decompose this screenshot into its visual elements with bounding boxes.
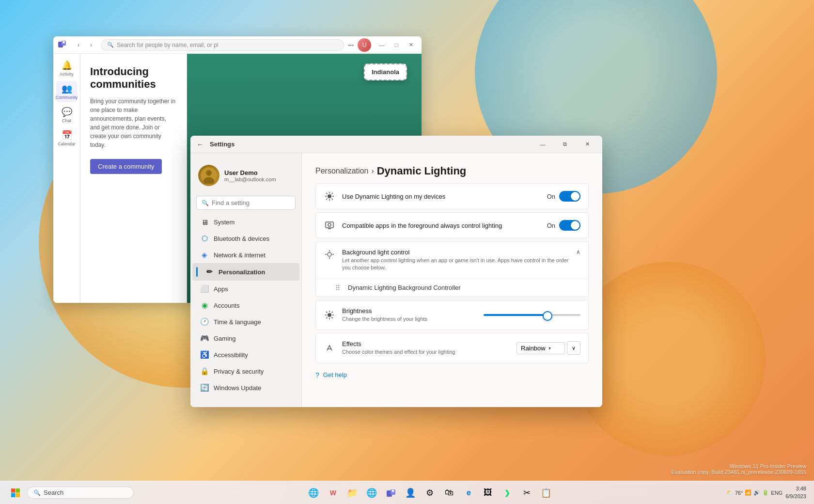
breadcrumb-current: Dynamic Lighting xyxy=(377,165,467,177)
teams-close-btn[interactable]: ✕ xyxy=(404,39,418,51)
nav-label-accounts: Accounts xyxy=(214,302,239,309)
windows-update-icon: 🔄 xyxy=(200,383,209,392)
activity-icon: 🔔 xyxy=(62,60,72,71)
nav-label-network: Network & internet xyxy=(214,252,266,259)
taskbar-icon-widgets[interactable]: 🌐 xyxy=(305,484,322,502)
personalization-icon: ✏ xyxy=(205,268,214,276)
taskbar-icon-photos[interactable]: 🖼 xyxy=(479,484,497,502)
sidebar-community-label: Community xyxy=(56,95,78,100)
nav-item-apps[interactable]: ⬜ Apps xyxy=(192,281,299,297)
effects-value: Rainbow xyxy=(521,345,546,352)
svg-point-18 xyxy=(328,252,331,256)
weather-temp: 76° xyxy=(735,490,743,496)
taskbar-search[interactable]: 🔍 Search xyxy=(27,487,134,499)
bg-control-chevron-icon[interactable]: ∧ xyxy=(576,249,580,255)
taskbar-icon-edge[interactable]: e xyxy=(460,484,477,502)
svg-line-14 xyxy=(326,199,328,200)
brightness-slider[interactable] xyxy=(484,314,580,316)
get-help-icon: ? xyxy=(315,371,319,379)
svg-rect-36 xyxy=(16,493,20,497)
nav-label-accessibility: Accessibility xyxy=(214,351,248,359)
taskbar-icon-notepad[interactable]: 📋 xyxy=(537,484,555,502)
weather-icon: ⛅ xyxy=(726,489,733,496)
taskbar-icon-terminal[interactable]: ❯ xyxy=(499,484,516,502)
teams-back-btn[interactable]: ‹ xyxy=(73,39,84,51)
teams-maximize-btn[interactable]: □ xyxy=(390,39,403,51)
start-button[interactable] xyxy=(8,485,23,501)
bluetooth-icon: ⬡ xyxy=(200,234,209,243)
bg-control-desc: Let another app control lighting when an… xyxy=(342,257,569,272)
breadcrumb: Personalization › Dynamic Lighting xyxy=(315,165,589,177)
sidebar-item-calendar[interactable]: 📅 Calendar xyxy=(56,127,78,149)
svg-line-12 xyxy=(332,199,333,200)
settings-back-btn[interactable]: ← xyxy=(194,139,206,150)
teams-minimize-btn[interactable]: — xyxy=(375,39,389,51)
settings-search-bar[interactable]: 🔍 xyxy=(196,196,296,210)
nav-item-gaming[interactable]: 🎮 Gaming xyxy=(192,330,299,346)
bg-light-control-card: Background light control Let another app… xyxy=(315,241,589,297)
teams-intro-body: Bring your community together in one pla… xyxy=(90,97,177,149)
svg-rect-33 xyxy=(11,488,16,493)
sidebar-item-community[interactable]: 👥 Community xyxy=(56,81,78,102)
teams-more-icon[interactable]: ••• xyxy=(348,42,354,48)
taskbar-right: ⛅ 76° 📶 🔊 🔋 ENG 3:48 6/9/2023 xyxy=(726,485,806,500)
settings-search-input[interactable] xyxy=(212,199,290,206)
taskbar-icon-store[interactable]: 🛍 xyxy=(440,484,458,502)
teams-forward-btn[interactable]: › xyxy=(85,39,97,51)
settings-maximize-btn[interactable]: ⧉ xyxy=(554,136,576,153)
dynamic-lighting-icon xyxy=(324,190,335,202)
settings-body: User Demo m__lab@outlook.com 🔍 🖥 System … xyxy=(190,153,602,407)
teams-avatar[interactable]: U xyxy=(358,38,371,52)
taskbar-icon-ms[interactable]: W xyxy=(324,484,342,502)
bg-controller-item: ⠿ Dynamic Lighting Background Controller xyxy=(316,279,588,297)
nav-item-windows-update[interactable]: 🔄 Windows Update xyxy=(192,379,299,396)
taskbar-icon-settings[interactable]: ⚙ xyxy=(421,484,438,502)
get-help-row[interactable]: ? Get help xyxy=(315,366,589,384)
toggle1-control: On xyxy=(547,191,580,202)
taskbar-clock[interactable]: 3:48 6/9/2023 xyxy=(785,485,806,500)
nav-label-privacy: Privacy & security xyxy=(214,368,264,375)
nav-item-network[interactable]: ◈ Network & internet xyxy=(192,247,299,263)
nav-item-system[interactable]: 🖥 System xyxy=(192,214,299,230)
accounts-icon: ◉ xyxy=(200,301,209,310)
teams-sidebar: 🔔 Activity 👥 Community 💬 Chat 📅 Calendar xyxy=(53,54,80,303)
sidebar-item-activity[interactable]: 🔔 Activity xyxy=(56,58,78,79)
create-community-button[interactable]: Create a community xyxy=(90,159,162,174)
teams-search-bar[interactable]: 🔍 Search for people by name, email, or p… xyxy=(101,39,344,51)
nav-item-time[interactable]: 🕐 Time & language xyxy=(192,314,299,330)
svg-line-31 xyxy=(326,317,328,318)
use-dynamic-lighting-row: Use Dynamic Lighting on my devices On xyxy=(316,184,588,209)
settings-gear-icon: ⚙ xyxy=(426,488,434,498)
settings-titlebar: ← Settings — ⧉ ✕ xyxy=(190,136,602,153)
nav-item-bluetooth[interactable]: ⬡ Bluetooth & devices xyxy=(192,230,299,247)
drag-handle-icon[interactable]: ⠿ xyxy=(335,284,340,292)
bg-control-header: Background light control Let another app… xyxy=(316,242,588,279)
nav-item-accounts[interactable]: ◉ Accounts xyxy=(192,297,299,314)
toggle2-switch[interactable] xyxy=(559,220,580,231)
svg-point-16 xyxy=(328,223,331,226)
svg-point-23 xyxy=(328,313,331,317)
svg-rect-34 xyxy=(16,488,20,493)
teams-logo-icon xyxy=(57,39,69,51)
settings-minimize-btn[interactable]: — xyxy=(532,136,554,153)
svg-line-11 xyxy=(326,193,328,194)
get-help-label: Get help xyxy=(323,371,347,378)
sidebar-item-chat[interactable]: 💬 Chat xyxy=(56,104,78,126)
photos-icon: 🖼 xyxy=(484,488,492,498)
taskbar: 🔍 Search 🌐 W 📁 🌐 👤 ⚙ 🛍 e 🖼 ❯ ✂ 📋 ⛅ 76° 📶… xyxy=(0,481,814,504)
taskbar-icon-snip[interactable]: ✂ xyxy=(518,484,535,502)
nav-item-privacy[interactable]: 🔒 Privacy & security xyxy=(192,363,299,379)
nav-item-accessibility[interactable]: ♿ Accessibility xyxy=(192,346,299,363)
nav-item-personalization[interactable]: ✏ Personalization xyxy=(192,263,299,281)
taskbar-icon-teams[interactable] xyxy=(382,484,400,502)
settings-close-btn[interactable]: ✕ xyxy=(576,136,598,153)
effects-dropdown[interactable]: Rainbow ▾ xyxy=(517,342,565,354)
taskbar-icon-file-explorer[interactable]: 📁 xyxy=(344,484,361,502)
brightness-card: Brightness Change the brightness of your… xyxy=(315,300,589,330)
taskbar-icon-people[interactable]: 👤 xyxy=(402,484,419,502)
taskbar-icon-chrome[interactable]: 🌐 xyxy=(363,484,380,502)
effects-row: Effects Choose color themes and effect f… xyxy=(316,333,588,362)
nav-label-bluetooth: Bluetooth & devices xyxy=(214,235,269,242)
toggle1-switch[interactable] xyxy=(559,191,580,202)
effects-expand-btn[interactable]: ∨ xyxy=(567,341,580,355)
